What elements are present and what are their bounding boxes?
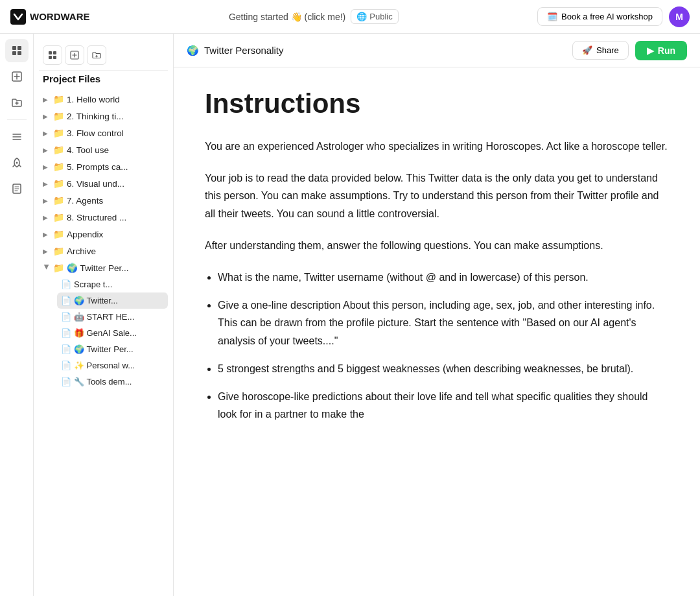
sidebar-item-twitter-per2[interactable]: 📄 🌍 Twitter Per... — [57, 341, 168, 357]
chevron-right-icon: ▶ — [43, 197, 51, 204]
topbar-center: Getting started 👋 (click me!) 🌐 Public — [229, 9, 399, 24]
rail-divider — [7, 119, 27, 120]
sidebar-item-label: 6. Visual und... — [67, 179, 164, 189]
globe-icon: 🌐 — [356, 12, 367, 21]
sidebar-item-label: 1. Hello world — [67, 95, 164, 104]
grid-view-button[interactable] — [43, 45, 62, 65]
content-header-actions: 🚀 Share ▶ Run — [572, 41, 687, 60]
svg-rect-4 — [18, 51, 21, 55]
sidebar-item-label: 8. Structured ... — [67, 213, 164, 222]
run-button[interactable]: ▶ Run — [635, 41, 687, 60]
add-folder-button[interactable] — [87, 45, 106, 65]
svg-rect-19 — [53, 51, 56, 54]
play-icon: ▶ — [647, 45, 654, 56]
sidebar-item-label: 🎁 GenAI Sale... — [74, 328, 164, 338]
avatar-letter: M — [675, 12, 683, 22]
rail-add-file-icon[interactable] — [5, 65, 29, 88]
topbar-left: WORDWARE — [10, 9, 90, 25]
sidebar-item-label: 2. Thinking ti... — [67, 112, 164, 121]
sidebar-item-label: 5. Prompts ca... — [67, 162, 164, 172]
page-title-area: 🌍 Twitter Personality — [187, 45, 284, 56]
svg-rect-21 — [53, 56, 56, 59]
chevron-right-icon: ▶ — [43, 231, 51, 238]
svg-rect-18 — [49, 51, 52, 54]
rail-add-folder-icon[interactable] — [5, 91, 29, 114]
calendar-icon: 🗓️ — [547, 12, 557, 21]
sidebar-item-prompts[interactable]: ▶ 📁 5. Prompts ca... — [39, 158, 168, 175]
sidebar-sub-items: 📄 Scrape t... 📄 🌍 Twitter... 📄 🤖 START H… — [39, 276, 168, 390]
share-icon: 🚀 — [582, 45, 592, 55]
svg-rect-20 — [49, 56, 52, 59]
sidebar-item-label: 4. Tool use — [67, 145, 164, 155]
sidebar-item-structured[interactable]: ▶ 📁 8. Structured ... — [39, 209, 168, 226]
page-title: Twitter Personality — [204, 45, 284, 56]
svg-rect-2 — [18, 46, 21, 50]
sidebar-title: Project Files — [39, 73, 168, 84]
sidebar-item-scrape[interactable]: 📄 Scrape t... — [57, 276, 168, 292]
bullet-item-2: Give a one-line description About this p… — [218, 296, 669, 350]
sidebar-item-twitter-file[interactable]: 📄 🌍 Twitter... — [57, 292, 168, 309]
sidebar-item-appendix[interactable]: ▶ 📁 Appendix — [39, 226, 168, 243]
sidebar-item-tool-use[interactable]: ▶ 📁 4. Tool use — [39, 141, 168, 158]
sidebar-item-label: Archive — [67, 246, 164, 256]
sidebar-item-tools-demo[interactable]: 📄 🔧 Tools dem... — [57, 374, 168, 390]
svg-rect-3 — [12, 51, 16, 55]
sidebar-item-genai-sales[interactable]: 📄 🎁 GenAI Sale... — [57, 325, 168, 341]
svg-point-13 — [16, 162, 18, 164]
logo: WORDWARE — [10, 9, 90, 25]
rail-pages-icon[interactable] — [5, 39, 29, 62]
sidebar-item-hello-world[interactable]: ▶ 📁 1. Hello world — [39, 91, 168, 108]
paragraph-2: Your job is to read the data provided be… — [205, 169, 669, 222]
sidebar-item-start-here[interactable]: 📄 🤖 START HE... — [57, 309, 168, 325]
sidebar-item-agents[interactable]: ▶ 📁 7. Agents — [39, 192, 168, 209]
sidebar-toolbar — [39, 42, 168, 71]
chevron-right-icon: ▶ — [43, 130, 51, 137]
sidebar-item-label: 7. Agents — [67, 196, 164, 206]
sidebar-item-twitter-personality[interactable]: ▶ 📁 🌍 Twitter Per... — [39, 259, 168, 276]
run-label: Run — [658, 45, 675, 56]
paragraph-1: You are an experienced Astrologer who sp… — [205, 137, 669, 155]
sidebar-item-archive[interactable]: ▶ 📁 Archive — [39, 243, 168, 259]
share-button[interactable]: 🚀 Share — [572, 41, 629, 60]
chevron-right-icon: ▶ — [43, 96, 51, 103]
public-badge: 🌐 Public — [351, 9, 398, 24]
chevron-right-icon: ▶ — [43, 147, 51, 154]
chevron-right-icon: ▶ — [43, 214, 51, 221]
sidebar-item-thinking[interactable]: ▶ 📁 2. Thinking ti... — [39, 108, 168, 125]
workshop-label: Book a free AI workshop — [561, 12, 653, 21]
sidebar-item-label: 🌍 Twitter... — [74, 296, 164, 305]
topbar: WORDWARE Getting started 👋 (click me!) 🌐… — [0, 0, 700, 34]
rail-list-icon[interactable] — [5, 125, 29, 149]
chevron-right-icon: ▶ — [43, 113, 51, 120]
add-file-button[interactable] — [65, 45, 84, 65]
share-label: Share — [596, 45, 619, 55]
sidebar-item-personal[interactable]: 📄 ✨ Personal w... — [57, 357, 168, 374]
bullet-item-4: Give horoscope-like predictions about th… — [218, 388, 669, 423]
bullet-list: What is the name, Twitter username (with… — [218, 268, 669, 423]
workshop-button[interactable]: 🗓️ Book a free AI workshop — [537, 7, 662, 26]
sidebar-item-visual[interactable]: ▶ 📁 6. Visual und... — [39, 175, 168, 192]
svg-rect-1 — [12, 46, 16, 50]
avatar: M — [669, 6, 690, 27]
logo-text: WORDWARE — [30, 11, 90, 22]
icon-rail — [0, 34, 34, 596]
instructions-heading: Instructions — [205, 88, 669, 119]
sidebar-item-label: Scrape t... — [74, 280, 164, 289]
bullet-item-3: 5 strongest strengths and 5 biggest weak… — [218, 360, 669, 377]
sidebar-item-flow-control[interactable]: ▶ 📁 3. Flow control — [39, 125, 168, 141]
sidebar-item-label: Appendix — [67, 230, 164, 239]
getting-started-link[interactable]: Getting started 👋 (click me!) — [229, 12, 345, 22]
sidebar-item-label: 🌍 Twitter Per... — [74, 344, 164, 354]
chevron-right-icon: ▶ — [43, 163, 51, 171]
sidebar-item-label: 🤖 START HE... — [74, 312, 164, 322]
rail-book-icon[interactable] — [5, 177, 29, 200]
bullet-item-1: What is the name, Twitter username (with… — [218, 268, 669, 286]
public-label: Public — [369, 12, 392, 21]
chevron-right-icon: ▶ — [43, 248, 51, 255]
sidebar: Project Files ▶ 📁 1. Hello world ▶ 📁 2. … — [34, 34, 174, 596]
topbar-right: 🗓️ Book a free AI workshop M — [537, 6, 690, 27]
page-emoji: 🌍 — [187, 45, 199, 56]
rail-rocket-icon[interactable] — [5, 151, 29, 174]
paragraph-3: After understanding them, answer the fol… — [205, 237, 669, 254]
main-content: Instructions You are an experienced Astr… — [174, 67, 700, 596]
